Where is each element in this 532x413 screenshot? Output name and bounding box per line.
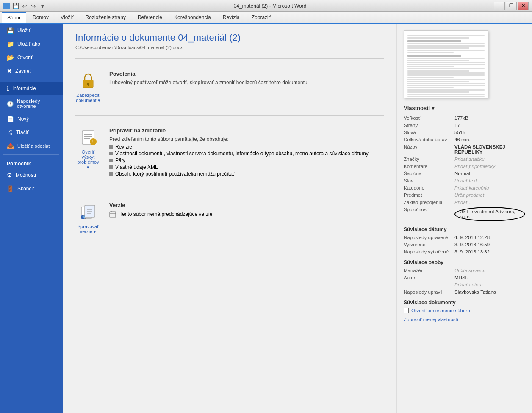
bullet-properties: Vlastnosti dokumentu, vlastnosti servera… — [109, 151, 369, 157]
content-area: Informácie o dokumente 04_materiál (2) C… — [63, 24, 396, 413]
prop-label-autor: Autor — [404, 275, 454, 280]
prop-label-slova: Slová — [404, 130, 454, 135]
permissions-title: Povolenia — [109, 71, 309, 77]
sidebar-item-tlacit[interactable]: 🖨 Tlačiť — [0, 126, 63, 139]
prepare-content: Pripraviť na zdieľanie Pred zdieľaním to… — [109, 127, 369, 178]
prop-label-komentare: Komentáre — [404, 164, 454, 169]
check-issues-btn[interactable]: Overiť výskyt problémov ▾ — [75, 149, 101, 170]
prop-value-spolocnost: J&T Investment Advisors, s.r.o. — [454, 207, 525, 221]
tab-domov[interactable]: Domov — [27, 12, 54, 23]
prop-value-zaklad[interactable]: Pridať... — [454, 200, 525, 205]
prop-znacky[interactable]: Značky Pridať značku — [404, 157, 525, 162]
prop-value-naposledy-upravil: Slavkovska Tatiana — [454, 289, 525, 295]
properties-title: Vlastnosti ▾ — [404, 105, 435, 111]
preview-line — [407, 81, 469, 82]
restore-btn[interactable]: ❒ — [506, 2, 517, 10]
sidebar-item-moznosti[interactable]: ⚙ Možnosti — [0, 168, 63, 182]
preview-line — [407, 58, 485, 59]
sidebar-label-ulozit-ako: Uložiť ako — [17, 41, 40, 47]
minimize-btn[interactable]: ─ — [494, 2, 505, 10]
save-quick-btn[interactable]: 💾 — [12, 2, 19, 10]
sidebar-item-otvorit[interactable]: 📂 Otvoriť — [0, 51, 63, 64]
preview-line — [407, 87, 454, 88]
permissions-btn[interactable]: Zabezpečiť dokument ▾ — [75, 93, 101, 103]
preview-line — [407, 85, 485, 86]
sidebar-label-pomocnik[interactable]: Pomocník — [0, 157, 63, 168]
versions-section: 🔍 Spravovať verzie ▾ Verzie Tento súbor … — [75, 197, 384, 240]
tab-referencie[interactable]: Referencie — [132, 12, 168, 23]
prop-value-add-autor[interactable]: Pridať autora — [454, 282, 525, 287]
prop-kategorie[interactable]: Kategórie Pridať kategóriu — [404, 185, 525, 190]
window-title: 04_materiál (2) - Microsoft Word — [46, 3, 494, 9]
sidebar-item-skoncit[interactable]: 🚪 Skončiť — [0, 182, 63, 195]
tab-rozlozenie[interactable]: Rozloženie strany — [80, 12, 131, 23]
prop-value-predmet[interactable]: Určiť predmet — [454, 193, 525, 198]
prop-zaklad[interactable]: Základ prepojenia Pridať... — [404, 200, 525, 205]
tab-korespondencia[interactable]: Korešpondencia — [169, 12, 216, 23]
svg-text:!: ! — [91, 140, 93, 144]
preview-line — [407, 62, 485, 63]
prop-komentare[interactable]: Komentáre Pridať pripomienky — [404, 164, 525, 169]
prop-predmet[interactable]: Predmet Určiť predmet — [404, 193, 525, 198]
manage-versions-btn[interactable]: Spravovať verzie ▾ — [75, 224, 101, 234]
preview-line — [407, 64, 485, 65]
prop-manazer[interactable]: Manažér Určite správcu — [404, 268, 525, 273]
prop-value-stav[interactable]: Pridať text — [454, 178, 525, 183]
more-quick-btn[interactable]: ▾ — [39, 2, 46, 10]
sidebar-item-zavriet[interactable]: ✖ Zavrieť — [0, 64, 63, 78]
sidebar-item-naposledy[interactable]: 🕐 Naposledy otvorené — [0, 95, 63, 112]
prop-value-znacky[interactable]: Pridať značku — [454, 157, 525, 162]
prop-value-kategorie[interactable]: Pridať kategóriu — [454, 185, 525, 190]
prop-value-komentare[interactable]: Pridať pripomienky — [454, 164, 525, 169]
preview-line — [407, 47, 469, 49]
sidebar-item-informacie[interactable]: ℹ Informácie — [0, 82, 63, 95]
sidebar-divider-1 — [3, 80, 59, 80]
tab-revizia[interactable]: Revízia — [217, 12, 245, 23]
open-location-link[interactable]: Otvoriť umiestnenie súboru — [411, 308, 470, 313]
tab-vlozit[interactable]: Vložiť — [55, 12, 79, 23]
bullet-icon-4 — [109, 165, 113, 169]
prop-label-nazov: Názov — [404, 144, 454, 154]
show-less-link[interactable]: Zobraziť menej vlastností — [404, 317, 458, 322]
prop-sablona: Šablóna Normal — [404, 171, 525, 176]
open-location-row: Otvoriť umiestnenie súboru — [404, 308, 525, 313]
prop-value-nazov: VLÁDA SLOVENSKEJ REPUBLIKY — [454, 144, 525, 154]
preview-heading — [407, 40, 461, 42]
prop-label-strany: Strany — [404, 123, 454, 128]
recent-icon: 🕐 — [7, 101, 14, 107]
preview-line — [407, 68, 485, 69]
prop-stav[interactable]: Stav Pridať text — [404, 178, 525, 183]
preview-line — [407, 37, 469, 39]
redo-btn[interactable]: ↪ — [30, 2, 37, 10]
preview-line — [407, 77, 454, 78]
close-btn[interactable]: ✕ — [518, 2, 529, 10]
preview-line — [407, 52, 454, 53]
related-people-header: Súvisiace osoby — [404, 259, 525, 265]
open-location-checkbox — [404, 308, 409, 313]
undo-btn[interactable]: ↩ — [21, 2, 28, 10]
properties-header[interactable]: Vlastnosti ▾ — [404, 105, 525, 111]
sidebar-item-ulozit-ako[interactable]: 📁 Uložiť ako — [0, 37, 63, 51]
sidebar-label-naposledy: Naposledy otvorené — [17, 99, 56, 109]
sidebar-item-ulozit[interactable]: 💾 Uložiť — [0, 24, 63, 37]
tab-zobrazit[interactable]: Zobrazit' — [246, 12, 277, 23]
prop-naposledy-upravene: Naposledy upravené 4. 9. 2013 12:28 — [404, 235, 525, 240]
show-less-row: Zobraziť menej vlastností — [404, 317, 525, 322]
prepare-title: Pripraviť na zdieľanie — [109, 127, 369, 134]
tab-subor[interactable]: Súbor — [2, 12, 26, 23]
prop-label-predmet: Predmet — [404, 193, 454, 198]
prop-label-zaklad: Základ prepojenia — [404, 200, 454, 205]
doc-preview-inner — [404, 31, 488, 98]
sidebar-divider-2 — [3, 154, 59, 155]
sidebar-item-novy[interactable]: 📄 Nový — [0, 112, 63, 126]
prop-label-vytlacene: Naposledy vytlačené — [404, 249, 454, 254]
sidebar-label-ulozit-odoslat: Uložiť a odoslať — [17, 143, 50, 149]
preview-line — [407, 96, 485, 97]
prop-value-manazer[interactable]: Určite správcu — [454, 268, 525, 273]
prop-value-vytvorene: 3. 9. 2013 16:59 — [454, 242, 525, 247]
sidebar-item-ulozit-odoslat[interactable]: 📤 Uložiť a odoslať — [0, 139, 63, 153]
prop-label-manazer: Manažér — [404, 268, 454, 273]
prop-add-autor[interactable]: Pridať autora — [404, 282, 525, 287]
prop-label-vytvorene: Vytvorené — [404, 242, 454, 247]
prop-value-naposledy-uprav: 4. 9. 2013 12:28 — [454, 235, 525, 240]
